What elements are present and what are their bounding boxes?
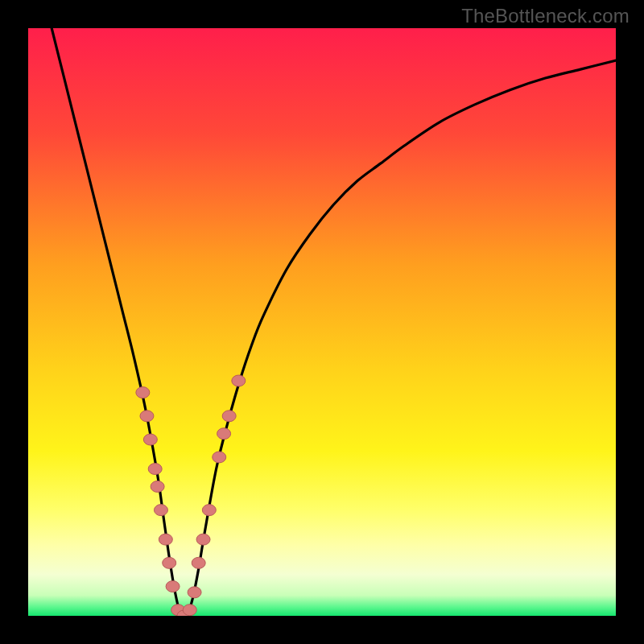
watermark-text: TheBottleneck.com [461,5,630,27]
chart-frame: TheBottleneck.com [0,0,644,644]
bottleneck-curve [52,28,616,616]
data-marker [143,434,157,445]
data-marker [213,452,226,463]
data-marker [136,387,150,398]
data-marker [154,505,167,516]
data-marker [232,375,246,386]
data-marker [217,428,231,440]
data-marker [192,557,205,568]
data-marker [151,481,164,492]
data-marker [159,534,172,545]
data-marker [202,505,216,516]
curve-layer [28,28,616,616]
data-marker [222,411,236,422]
data-marker [166,581,180,592]
data-marker [188,587,201,598]
data-marker [140,411,154,422]
plot-area [28,28,616,616]
marker-group [136,375,246,616]
data-marker [148,464,162,475]
data-marker [163,557,176,568]
data-marker [183,605,196,616]
data-marker [196,534,210,545]
